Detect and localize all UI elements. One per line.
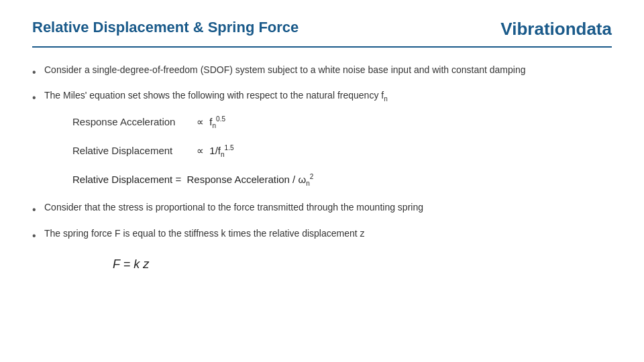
response-acceleration-label: Response Acceleration bbox=[72, 113, 197, 131]
omega-sub: n bbox=[306, 180, 310, 187]
bullet-item-2: • The Miles' equation set shows the foll… bbox=[32, 88, 612, 107]
slide-title: Relative Displacement & Spring Force bbox=[32, 19, 299, 36]
slide: Relative Displacement & Spring Force Vib… bbox=[0, 0, 644, 362]
fn-sup-rd: 1.5 bbox=[225, 144, 234, 152]
bullet-item-3: • Consider that the stress is proportion… bbox=[32, 200, 612, 219]
bullet-text-3: Consider that the stress is proportional… bbox=[44, 200, 423, 216]
bullet-dot-2: • bbox=[32, 88, 44, 107]
slide-content: • Consider a single-degree-of-freedom (S… bbox=[32, 62, 612, 274]
brand-logo: Vibrationdata bbox=[500, 19, 612, 40]
spring-force-formula: F = k z bbox=[113, 254, 612, 275]
bullet-text-2: The Miles' equation set shows the follow… bbox=[44, 88, 388, 105]
relative-displacement-expr: ∝ 1/fn1.5 bbox=[197, 142, 233, 160]
bullet-item-1: • Consider a single-degree-of-freedom (S… bbox=[32, 62, 612, 81]
bullet-text-1: Consider a single-degree-of-freedom (SDO… bbox=[44, 62, 525, 78]
spring-formula-text: F = k z bbox=[113, 257, 149, 271]
bullet-dot-3: • bbox=[32, 200, 44, 219]
fn-sub-ra: n bbox=[213, 122, 217, 129]
formula-response-acceleration: Response Acceleration ∝ fn0.5 bbox=[72, 113, 612, 131]
fn-sub-rd: n bbox=[221, 151, 225, 158]
fn-sup-ra: 0.5 bbox=[216, 115, 225, 123]
response-acceleration-expr: ∝ fn0.5 bbox=[197, 113, 225, 131]
formulas-block: Response Acceleration ∝ fn0.5 Relative D… bbox=[72, 113, 612, 189]
bullet-dot-1: • bbox=[32, 63, 44, 81]
omega-sup: 2 bbox=[310, 173, 314, 180]
bullet-item-4: • The spring force F is equal to the sti… bbox=[32, 226, 612, 245]
bullet-text-4: The spring force F is equal to the stiff… bbox=[44, 226, 365, 242]
relative-displacement-label: Relative Displacement bbox=[72, 142, 197, 160]
slide-header: Relative Displacement & Spring Force Vib… bbox=[32, 19, 612, 48]
formula-combined: Relative Displacement = Response Acceler… bbox=[72, 171, 612, 189]
bullet-dot-4: • bbox=[32, 227, 44, 245]
formula-relative-displacement: Relative Displacement ∝ 1/fn1.5 bbox=[72, 142, 612, 160]
combined-expr: Relative Displacement = Response Acceler… bbox=[72, 171, 313, 189]
